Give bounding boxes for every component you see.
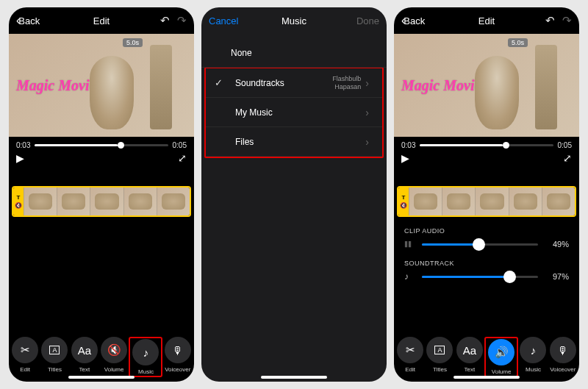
fullscreen-button[interactable]: ⤢ [563,152,572,164]
editor-screen-1: ‹Back Edit ↶ ↷ Magic Movie 5.0s 0:03 0:0… [9,7,194,382]
chevron-right-icon: › [365,107,369,118]
back-button[interactable]: ‹Back [16,14,40,27]
scratching-post [150,45,172,129]
time-total: 0:05 [558,141,572,149]
microphone-icon: 🎙 [172,344,183,357]
progress-bar[interactable]: 0:03 0:05 [9,137,194,149]
chevron-right-icon: › [365,136,369,148]
overlay-title: Magic Movie [16,77,96,94]
clip-audio-slider[interactable]: ⦀⦀ 49% [404,239,569,249]
redo-button[interactable]: ↷ [562,14,572,27]
time-total: 0:05 [173,141,187,149]
toolbar: ✂Edit ATitles AaText 🔊Volume ♪Music 🎙Voi… [394,331,579,382]
music-option-none[interactable]: None [201,38,387,68]
timeline-clip[interactable]: T🔇 [397,186,576,217]
tool-voiceover[interactable]: 🎙Voiceover [548,337,578,377]
soundtrack-label: SOUNDTRACK [404,260,569,267]
tool-volume[interactable]: 🔇Volume [99,337,129,377]
music-option-my-music[interactable]: My Music › [206,98,382,127]
screen-title: Edit [478,15,495,26]
tool-music[interactable]: ♪Music [131,339,160,375]
back-button[interactable]: ‹Back [401,14,425,27]
volume-muted-icon: 🔇 [107,343,121,357]
duration-badge: 5.0s [508,38,528,47]
highlight-music-options: ✓ Soundtracks FlashbulbHapasan › My Musi… [204,67,384,158]
highlight-music: ♪Music [129,337,162,377]
music-option-files[interactable]: Files › [206,127,382,157]
play-button[interactable]: ▶ [16,152,24,164]
home-indicator[interactable] [68,376,135,379]
overlay-title: Magic Movie [401,77,481,94]
music-option-soundtracks[interactable]: ✓ Soundtracks FlashbulbHapasan › [206,68,382,98]
tool-music[interactable]: ♪Music [518,337,548,377]
cat-subject [475,56,519,129]
tool-edit[interactable]: ✂Edit [395,337,425,377]
text-icon: Aa [78,344,91,357]
video-preview[interactable]: Magic Movie 5.0s [394,34,579,137]
music-list: None ✓ Soundtracks FlashbulbHapasan › My… [201,34,387,157]
music-note-icon: ♪ [531,344,537,357]
duration-badge: 5.0s [123,38,143,47]
screen-title: Music [282,15,306,26]
redo-button[interactable]: ↷ [177,14,187,27]
music-picker-screen: Cancel Music Done None ✓ Soundtracks Fla… [201,7,387,382]
progress-bar[interactable]: 0:03 0:05 [394,137,579,149]
titles-icon: A [434,346,445,354]
editor-screen-volume: ‹Back Edit ↶ ↷ Magic Movie 5.0s 0:03 0:0… [394,7,579,382]
music-note-icon: ♪ [404,271,415,282]
checkmark-icon: ✓ [215,77,223,88]
cancel-button[interactable]: Cancel [209,15,238,26]
navbar: Cancel Music Done [201,7,387,34]
tool-voiceover[interactable]: 🎙Voiceover [163,337,193,377]
tool-text[interactable]: AaText [455,337,484,377]
scratching-post [535,45,557,129]
microphone-icon: 🎙 [557,344,568,357]
volume-icon: 🔊 [495,346,509,359]
scissors-icon: ✂ [21,343,30,357]
highlight-volume: 🔊Volume [484,337,518,377]
undo-button[interactable]: ↶ [545,14,555,27]
fullscreen-button[interactable]: ⤢ [178,152,187,164]
done-button[interactable]: Done [356,15,379,26]
music-note-icon: ♪ [143,346,149,359]
tool-edit[interactable]: ✂Edit [10,337,40,377]
time-elapsed: 0:03 [401,141,415,149]
home-indicator[interactable] [453,376,520,379]
clip-marker: T🔇 [13,188,24,215]
chevron-right-icon: › [365,77,369,89]
screen-title: Edit [93,15,110,26]
tool-volume[interactable]: 🔊Volume [487,339,516,375]
titles-icon: A [49,346,60,354]
video-preview[interactable]: Magic Movie 5.0s [9,34,194,137]
play-button[interactable]: ▶ [401,152,409,164]
timeline-clip[interactable]: T🔇 [12,186,191,217]
tool-text[interactable]: AaText [70,337,99,377]
navbar: ‹Back Edit ↶ ↷ [9,7,194,34]
clip-marker: T🔇 [398,188,409,215]
scissors-icon: ✂ [406,343,415,357]
undo-button[interactable]: ↶ [160,14,170,27]
text-icon: Aa [463,344,476,357]
tool-titles[interactable]: ATitles [40,337,69,377]
home-indicator[interactable] [261,376,327,379]
clip-audio-label: CLIP AUDIO [404,227,569,235]
time-elapsed: 0:03 [16,141,30,149]
waveform-icon: ⦀⦀ [404,239,415,249]
cat-subject [90,56,134,129]
soundtrack-slider[interactable]: ♪ 97% [404,271,569,282]
navbar: ‹Back Edit ↶ ↷ [394,7,579,34]
toolbar: ✂Edit ATitles AaText 🔇Volume ♪Music 🎙Voi… [9,331,194,382]
tool-titles[interactable]: ATitles [425,337,454,377]
audio-sliders: CLIP AUDIO ⦀⦀ 49% SOUNDTRACK ♪ 97% [394,217,579,282]
